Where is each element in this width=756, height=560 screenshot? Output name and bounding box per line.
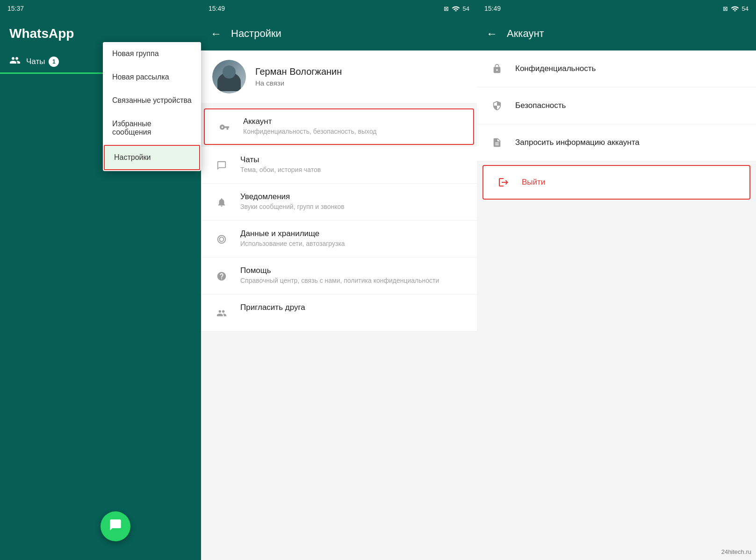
time-mid: 15:49 <box>209 5 225 12</box>
dropdown-menu: Новая группа Новая рассылка Связанные ус… <box>103 42 201 171</box>
status-icons-mid: ⊠ 54 <box>444 5 469 13</box>
logout-item[interactable]: Выйти <box>482 165 750 200</box>
wifi-icon <box>452 5 460 13</box>
key-icon <box>215 118 234 136</box>
document-icon <box>488 134 506 151</box>
notifications-text: Уведомления Звуки сообщений, групп и зво… <box>240 192 466 210</box>
battery-right: 54 <box>742 5 749 12</box>
chat-icon <box>212 156 231 175</box>
notifications-title: Уведомления <box>240 192 466 201</box>
logout-icon <box>495 173 512 191</box>
account-title: Аккаунт <box>507 28 544 40</box>
bell-icon <box>212 193 231 212</box>
security-label: Безопасность <box>515 101 566 110</box>
profile-name: Герман Вологжанин <box>255 66 466 77</box>
account-subtitle: Конфиденциальность, безопасность, выход <box>243 128 463 135</box>
screen-icon: ⊠ <box>444 5 449 12</box>
account-title: Аккаунт <box>243 117 463 126</box>
fab-icon <box>109 518 122 535</box>
data-text: Данные и хранилище Использование сети, а… <box>240 229 466 247</box>
back-button-settings[interactable]: ← <box>210 27 222 40</box>
back-button-account[interactable]: ← <box>486 27 497 40</box>
account-header: ← Аккаунт <box>477 17 756 50</box>
help-text: Помощь Справочный центр, связь с нами, п… <box>240 266 466 284</box>
time-left: 15:37 <box>7 5 24 12</box>
screen-icon-right: ⊠ <box>723 5 728 12</box>
help-subtitle: Справочный центр, связь с нами, политика… <box>240 277 466 284</box>
settings-title: Настройки <box>231 28 281 40</box>
dropdown-linked-devices[interactable]: Связанные устройства <box>103 89 201 112</box>
settings-notifications[interactable]: Уведомления Звуки сообщений, групп и зво… <box>201 184 477 221</box>
dropdown-new-broadcast[interactable]: Новая рассылка <box>103 65 201 89</box>
data-icon <box>212 230 231 249</box>
lock-icon <box>488 60 506 78</box>
help-icon <box>212 267 231 286</box>
app-title: WhatsApp <box>9 26 74 41</box>
status-bar-left: 15:37 <box>0 0 201 17</box>
account-request-info[interactable]: Запросить информацию аккаунта <box>477 124 756 161</box>
status-bar-right: 15:49 ⊠ 54 <box>477 0 756 17</box>
chats-settings-subtitle: Тема, обои, история чатов <box>240 166 466 173</box>
chats-text: Чаты Тема, обои, история чатов <box>240 155 466 173</box>
shield-icon <box>488 97 506 115</box>
right-panel: 15:49 ⊠ 54 ← Аккаунт Конфиденциальность <box>477 0 756 560</box>
invite-text: Пригласить друга <box>240 303 466 314</box>
settings-help[interactable]: Помощь Справочный центр, связь с нами, п… <box>201 258 477 294</box>
wifi-icon-right <box>731 5 739 13</box>
profile-status: На связи <box>255 79 466 87</box>
middle-panel: 15:49 ⊠ 54 ← Настройки Герман Вологжанин… <box>201 0 477 560</box>
status-icons-right: ⊠ 54 <box>723 5 749 13</box>
notifications-subtitle: Звуки сообщений, групп и звонков <box>240 203 466 210</box>
dropdown-starred-messages[interactable]: Избранные сообщения <box>103 112 201 144</box>
account-security[interactable]: Безопасность <box>477 87 756 124</box>
account-privacy[interactable]: Конфиденциальность <box>477 50 756 87</box>
fab-button[interactable] <box>101 511 130 541</box>
watermark: 24hitech.ru <box>721 548 751 555</box>
account-text: Аккаунт Конфиденциальность, безопасность… <box>243 117 463 135</box>
chats-badge: 1 <box>49 57 59 67</box>
dropdown-new-group[interactable]: Новая группа <box>103 42 201 65</box>
settings-chats[interactable]: Чаты Тема, обои, история чатов <box>201 147 477 184</box>
people-icon <box>212 304 231 323</box>
privacy-label: Конфиденциальность <box>515 64 596 73</box>
help-title: Помощь <box>240 266 466 275</box>
data-title: Данные и хранилище <box>240 229 466 238</box>
chats-settings-title: Чаты <box>240 155 466 165</box>
chats-icon <box>9 55 21 69</box>
profile-section[interactable]: Герман Вологжанин На связи <box>201 50 477 103</box>
time-right: 15:49 <box>484 5 501 12</box>
battery-mid: 54 <box>463 5 469 12</box>
chats-label: Чаты <box>26 57 45 66</box>
data-subtitle: Использование сети, автозагрузка <box>240 240 466 247</box>
settings-data[interactable]: Данные и хранилище Использование сети, а… <box>201 221 477 258</box>
settings-invite[interactable]: Пригласить друга <box>201 294 477 331</box>
invite-title: Пригласить друга <box>240 303 466 312</box>
settings-header: ← Настройки <box>201 17 477 50</box>
request-info-label: Запросить информацию аккаунта <box>515 138 640 147</box>
logout-label: Выйти <box>522 178 545 187</box>
status-bar-mid: 15:49 ⊠ 54 <box>201 0 477 17</box>
avatar <box>212 60 246 93</box>
settings-account[interactable]: Аккаунт Конфиденциальность, безопасность… <box>204 108 474 145</box>
profile-info: Герман Вологжанин На связи <box>255 66 466 87</box>
left-panel: 15:37 WhatsApp Чаты 1 Новая группа Новая… <box>0 0 201 560</box>
dropdown-settings[interactable]: Настройки <box>104 145 200 170</box>
